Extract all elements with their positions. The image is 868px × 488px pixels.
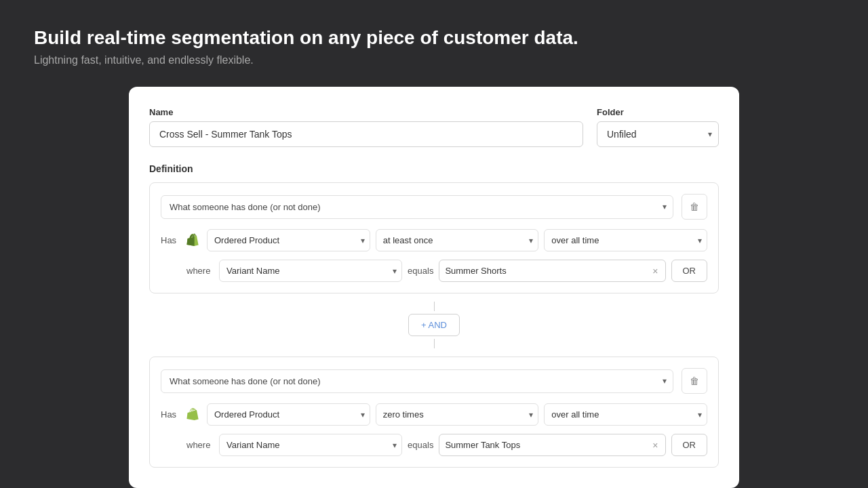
condition2-value-wrapper: × xyxy=(439,434,665,456)
condition2-event-select[interactable]: Ordered Product Viewed Product xyxy=(207,403,370,426)
form-header: Name Folder Unfiled All Folders xyxy=(149,107,719,147)
condition2-clear-button[interactable]: × xyxy=(651,439,659,452)
condition1-clear-button[interactable]: × xyxy=(651,264,659,278)
name-field-container: Name xyxy=(149,107,583,147)
condition2-time-wrapper: over all time in the last before xyxy=(544,403,707,426)
condition2-frequency-select[interactable]: zero times at least once exactly xyxy=(376,403,539,426)
condition1-event-select[interactable]: Ordered Product Viewed Product xyxy=(207,229,370,251)
condition1-time-select[interactable]: over all time in the last before xyxy=(544,229,707,251)
hero-subtitle: Lightning fast, intuitive, and endlessly… xyxy=(34,54,834,66)
name-label: Name xyxy=(149,107,583,117)
condition2-value-input[interactable] xyxy=(439,434,651,455)
condition1-event-wrapper: Ordered Product Viewed Product xyxy=(207,229,370,251)
name-input[interactable] xyxy=(149,121,583,147)
and-button[interactable]: + AND xyxy=(408,314,460,336)
condition2-frequency-wrapper: zero times at least once exactly xyxy=(376,403,539,426)
condition2-prop-select[interactable]: Variant Name SKU Price xyxy=(219,434,402,456)
condition1-frequency-wrapper: at least once zero times exactly xyxy=(376,229,539,251)
condition2-event-wrapper: Ordered Product Viewed Product xyxy=(207,403,370,426)
condition2-where-row: where Variant Name SKU Price equals × OR xyxy=(161,434,707,456)
condition2-top-row: What someone has done (or not done) What… xyxy=(161,368,707,394)
definition-label: Definition xyxy=(149,163,719,174)
and-line-top xyxy=(434,302,435,311)
condition-block-1: What someone has done (or not done) What… xyxy=(149,182,719,293)
main-card: Name Folder Unfiled All Folders Definiti… xyxy=(129,87,739,488)
page-wrapper: Build real-time segmentation on any piec… xyxy=(0,0,868,488)
condition1-frequency-select[interactable]: at least once zero times exactly xyxy=(376,229,539,251)
and-section: + AND xyxy=(149,302,719,348)
condition1-type-wrapper: What someone has done (or not done) What… xyxy=(161,195,673,219)
condition1-top-row: What someone has done (or not done) What… xyxy=(161,194,707,220)
folder-select-wrapper: Unfiled All Folders xyxy=(597,121,719,147)
condition2-has-row: Has Ordered Product Viewed Product zero … xyxy=(161,403,707,426)
condition2-type-select[interactable]: What someone has done (or not done) What… xyxy=(161,369,673,393)
condition1-prop-wrapper: Variant Name SKU Price xyxy=(219,260,402,282)
condition1-value-input[interactable] xyxy=(439,260,651,281)
and-line-bottom xyxy=(434,339,435,348)
condition1-has-label: Has xyxy=(161,235,181,245)
shopify-icon-1 xyxy=(186,233,201,248)
folder-select[interactable]: Unfiled All Folders xyxy=(597,121,719,147)
clear-icon-2: × xyxy=(652,440,658,451)
condition2-prop-wrapper: Variant Name SKU Price xyxy=(219,434,402,456)
condition1-prop-select[interactable]: Variant Name SKU Price xyxy=(219,260,402,282)
condition1-equals-label: equals xyxy=(408,266,433,276)
condition1-value-wrapper: × xyxy=(439,260,665,282)
condition1-where-row: where Variant Name SKU Price equals × OR xyxy=(161,260,707,282)
hero-title: Build real-time segmentation on any piec… xyxy=(34,27,834,49)
condition1-or-button[interactable]: OR xyxy=(671,260,708,282)
condition2-where-label: where xyxy=(186,440,214,450)
condition1-type-select[interactable]: What someone has done (or not done) What… xyxy=(161,195,673,219)
condition-block-2: What someone has done (or not done) What… xyxy=(149,357,719,468)
shopify-icon-2 xyxy=(186,407,201,422)
condition1-time-wrapper: over all time in the last before xyxy=(544,229,707,251)
trash-icon-1: 🗑 xyxy=(690,201,699,212)
condition1-where-label: where xyxy=(186,266,214,276)
condition1-has-row: Has Ordered Product Viewed Product at le… xyxy=(161,229,707,251)
condition2-type-wrapper: What someone has done (or not done) What… xyxy=(161,369,673,393)
condition2-has-label: Has xyxy=(161,409,181,420)
folder-label: Folder xyxy=(597,107,719,117)
condition2-or-button[interactable]: OR xyxy=(671,434,708,456)
clear-icon-1: × xyxy=(652,266,658,277)
condition1-delete-button[interactable]: 🗑 xyxy=(682,194,707,220)
trash-icon-2: 🗑 xyxy=(690,375,699,386)
condition2-time-select[interactable]: over all time in the last before xyxy=(544,403,707,426)
folder-field-container: Folder Unfiled All Folders xyxy=(597,107,719,147)
condition2-equals-label: equals xyxy=(408,440,433,450)
condition2-delete-button[interactable]: 🗑 xyxy=(682,368,707,394)
